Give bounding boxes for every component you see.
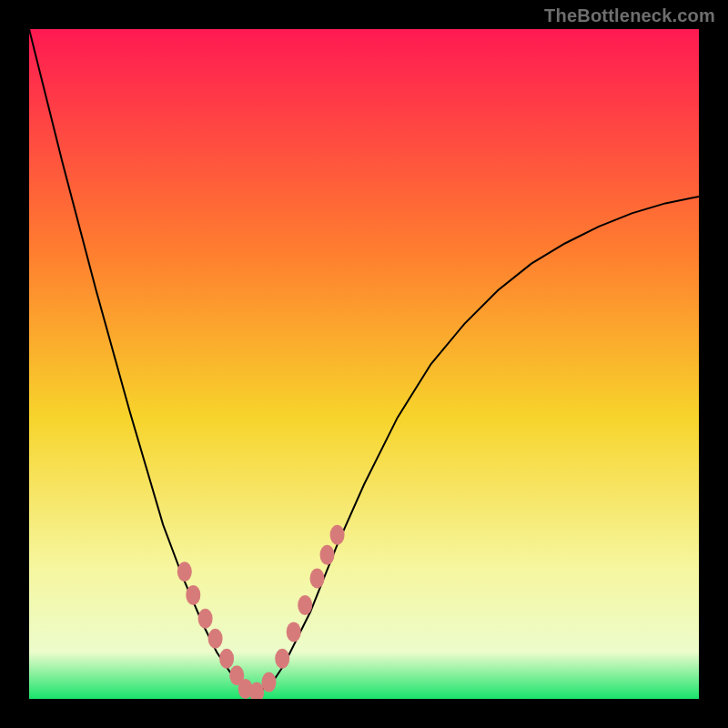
gradient-background (29, 29, 699, 699)
chart-svg (29, 29, 699, 699)
watermark-text: TheBottleneck.com (544, 5, 715, 26)
curve-dot (177, 561, 192, 581)
curve-dot (298, 595, 312, 615)
curve-dot (320, 545, 335, 565)
curve-dot (186, 585, 200, 605)
curve-dot (287, 622, 301, 642)
chart-frame: TheBottleneck.com (0, 0, 728, 728)
curve-dot (310, 569, 325, 589)
curve-dot (198, 609, 213, 629)
curve-dot (219, 649, 234, 669)
curve-dot (275, 649, 289, 669)
plot-area (29, 29, 699, 699)
curve-dot (262, 672, 277, 693)
curve-dot (208, 629, 223, 649)
curve-dot (330, 525, 345, 545)
